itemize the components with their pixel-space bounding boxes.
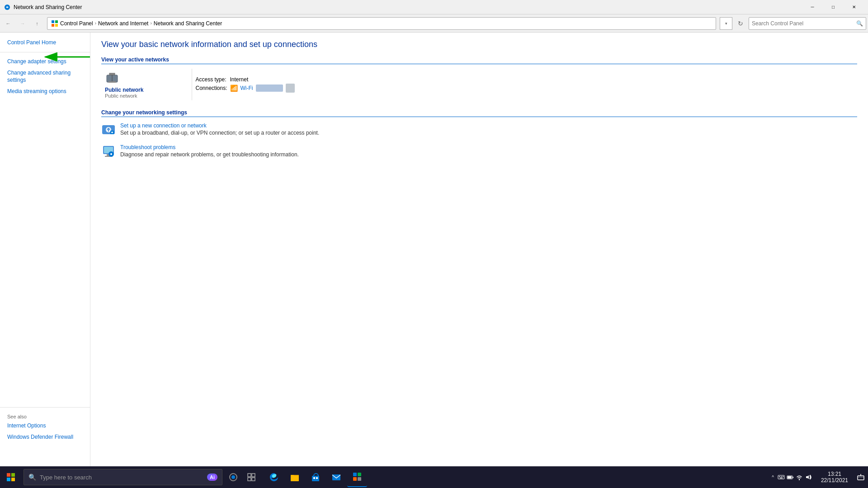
connections-row: Connections: 📶 Wi-Fi [196,84,854,93]
taskbar-search-icon: 🔍 [28,474,36,481]
change-settings-section: Change your networking settings [101,109,857,159]
search-icon[interactable]: 🔍 [856,20,863,27]
volume-svg-icon [805,474,812,481]
see-also-divider [0,407,90,408]
window-title: Network and Sharing Center [14,4,802,10]
volume-icon[interactable] [805,474,812,481]
access-type-label: Access type: [196,76,226,83]
svg-point-29 [231,475,235,479]
svg-rect-44 [779,476,780,477]
search-bar: 🔍 [749,17,866,30]
wifi-signal-icon: 📶 [230,84,238,92]
troubleshoot-text: Troubleshoot problems Diagnose and repai… [120,144,857,158]
new-connection-item: Set up a new connection or network Set u… [101,122,857,137]
taskbar-app-mail[interactable] [326,467,346,487]
svg-rect-35 [312,476,319,481]
task-view-icon [247,473,255,481]
network-name-cell: Public network Public network [101,69,192,100]
sidebar: Control Panel Home Change adapter settin… [0,33,90,470]
taskbar-search-bar[interactable]: 🔍 Type here to search Ai [24,469,222,485]
svg-rect-3 [52,24,54,27]
cortana-icon [229,473,238,482]
svg-rect-47 [780,478,783,479]
tray-expand-button[interactable]: ^ [770,475,776,480]
taskbar-app-control-panel[interactable] [347,467,367,487]
svg-rect-4 [55,24,58,27]
networks-table: Public network Public network Access typ… [101,69,857,100]
svg-rect-46 [783,476,783,477]
taskbar-apps [260,467,371,487]
svg-rect-33 [252,478,255,481]
wifi-status-icon-blurred [286,84,295,93]
sidebar-item-windows-firewall[interactable]: Windows Defender Firewall [0,432,90,443]
clock-date: 22/11/2021 [821,477,848,483]
arrow-container: Change adapter settings [0,56,90,67]
breadcrumb-item-control-panel[interactable]: Control Panel [60,20,93,27]
addressbar: ← → ↑ Control Panel › Network and Intern… [0,14,868,33]
taskbar-app-edge[interactable] [264,467,284,487]
svg-rect-1 [52,20,54,23]
svg-rect-41 [353,477,357,481]
keyboard-svg-icon [778,474,785,481]
file-explorer-icon [290,472,300,482]
store-icon [311,472,321,482]
wifi-connection-link[interactable]: Wi-Fi [241,85,253,91]
close-button[interactable]: ✕ [844,0,864,14]
start-button[interactable] [0,466,22,488]
svg-rect-25 [11,473,15,477]
refresh-button[interactable]: ↻ [734,17,747,30]
mail-icon [331,472,341,482]
maximize-button[interactable]: □ [823,0,844,14]
sidebar-item-media-streaming[interactable]: Media streaming options [0,86,90,97]
breadcrumb-item-network-internet[interactable]: Network and Internet [98,20,148,27]
sidebar-item-change-adapter[interactable]: Change adapter settings [0,56,90,67]
up-button[interactable]: ↑ [31,17,43,30]
breadcrumb-dropdown-button[interactable]: ▾ [720,17,732,30]
svg-rect-51 [858,476,864,480]
system-clock[interactable]: 13:21 22/11/2021 [816,466,854,488]
main-layout: Control Panel Home Change adapter settin… [0,33,868,470]
svg-rect-37 [316,477,318,479]
titlebar: Network and Sharing Center ─ □ ✕ [0,0,868,14]
network-name: Public network [105,87,188,93]
new-connection-svg-icon [101,122,116,137]
keyboard-icon[interactable] [778,474,785,481]
sidebar-item-control-panel-home[interactable]: Control Panel Home [0,37,90,48]
battery-icon[interactable] [787,474,794,481]
network-tray-icon[interactable] [796,474,803,481]
task-view-button[interactable] [242,468,260,486]
wifi-name-blurred [256,84,283,92]
svg-rect-24 [7,473,10,477]
cortana-button[interactable] [224,468,242,486]
minimize-button[interactable]: ─ [802,0,823,14]
taskbar: 🔍 Type here to search Ai [0,466,868,488]
svg-rect-40 [358,473,361,476]
sidebar-item-change-advanced-sharing[interactable]: Change advanced sharing settings [0,67,90,86]
network-type-label: Public network [105,93,188,99]
content-area: View your basic network information and … [90,33,868,470]
troubleshoot-svg-icon [101,144,116,159]
network-type-icon [105,70,188,85]
taskbar-search-placeholder: Type here to search [40,474,92,481]
notification-button[interactable] [854,466,868,488]
breadcrumb: Control Panel › Network and Internet › N… [47,17,716,30]
taskbar-ai-label[interactable]: Ai [207,474,217,481]
breadcrumb-sep-1: › [95,21,96,26]
breadcrumb-start-icon [51,20,58,27]
taskbar-right: ^ [766,466,868,488]
new-connection-icon [101,122,116,137]
back-button[interactable]: ← [2,17,14,30]
sidebar-divider [0,52,90,52]
public-network-icon [105,70,119,85]
change-settings-header: Change your networking settings [101,109,857,117]
taskbar-app-file-explorer[interactable] [285,467,305,487]
taskbar-app-store[interactable] [306,467,326,487]
connections-label: Connections: [196,85,227,91]
search-input[interactable] [752,20,856,27]
wifi-tray-svg-icon [796,474,803,481]
system-tray: ^ [766,466,816,488]
new-connection-link[interactable]: Set up a new connection or network [120,122,857,129]
troubleshoot-link[interactable]: Troubleshoot problems [120,144,857,150]
sidebar-item-internet-options[interactable]: Internet Options [0,420,90,432]
svg-rect-8 [109,73,115,75]
